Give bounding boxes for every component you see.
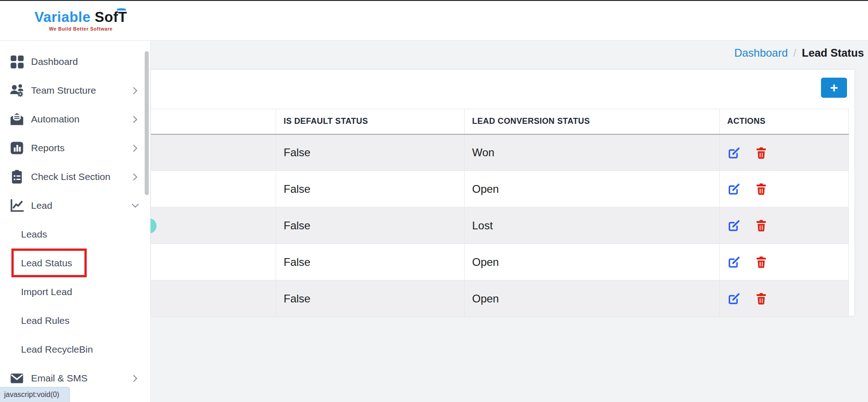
team-gear-icon (9, 83, 25, 98)
dashboard-grid-icon (9, 54, 25, 69)
table-row: False Open (151, 244, 848, 280)
column-status-name (151, 109, 276, 134)
envelope-open-icon (9, 111, 25, 127)
brand-tagline: We Build Better Software (28, 26, 133, 32)
line-chart-icon (9, 198, 25, 213)
delete-button[interactable] (755, 147, 768, 159)
brand-logo[interactable]: Variable SofT We Build Better Software (28, 9, 133, 32)
sidebar-item-lead-status[interactable]: Lead Status (0, 249, 150, 277)
sidebar-item-import-lead[interactable]: Import Lead (0, 277, 150, 306)
chevron-right-icon (129, 171, 141, 183)
lead-status-card: + IS DEFAULT STATUS LEAD CONVERSION STAT… (151, 69, 855, 316)
delete-button[interactable] (755, 183, 768, 196)
delete-button[interactable] (755, 292, 768, 305)
trash-icon (755, 147, 768, 159)
cell-actions (719, 207, 848, 244)
table-row: False Open (151, 171, 848, 207)
status-link-hint: javascript:void(0) (0, 387, 70, 402)
edit-button[interactable] (727, 183, 740, 196)
main-content: Dashboard/Lead Status + IS DEFAULT STATU… (151, 41, 868, 402)
edit-button[interactable] (727, 256, 740, 269)
edit-icon (727, 183, 740, 196)
breadcrumb-current: Lead Status (802, 47, 864, 59)
chevron-down-icon (129, 200, 141, 212)
cell-is-default: False (276, 244, 464, 280)
sidebar-item-leads[interactable]: Leads (0, 220, 150, 249)
sidebar-item-lead[interactable]: Lead (0, 191, 150, 220)
table-row: False Open (151, 280, 848, 317)
edit-button[interactable] (727, 292, 740, 305)
breadcrumb: Dashboard/Lead Status (734, 47, 864, 59)
cell-conversion: Open (464, 280, 719, 317)
sidebar-item-lead-recyclebin[interactable]: Lead RecycleBin (0, 335, 150, 364)
sidebar-item-reports[interactable]: Reports (0, 133, 150, 162)
cell-is-default: False (276, 171, 464, 207)
trash-icon (755, 292, 768, 305)
sidebar-item-dashboard[interactable]: Dashboard (0, 47, 150, 76)
edit-icon (727, 256, 740, 269)
trash-icon (755, 219, 768, 232)
sidebar-item-team-structure[interactable]: Team Structure (0, 76, 150, 105)
cell-actions (719, 171, 848, 207)
edit-button[interactable] (727, 147, 740, 159)
sidebar-menu: Dashboard Team Structure Automation (0, 41, 150, 392)
cell-conversion: Lost (464, 207, 719, 244)
window-top-border (0, 0, 868, 1)
cell-actions (719, 134, 848, 171)
trash-icon (755, 256, 768, 269)
column-is-default-status: IS DEFAULT STATUS (276, 109, 464, 134)
cell-is-default: False (276, 207, 464, 244)
cell-is-default: False (276, 280, 464, 317)
trash-icon (755, 183, 768, 196)
sidebar-scrollbar[interactable] (145, 51, 149, 195)
sidebar-item-check-list-section[interactable]: Check List Section (0, 162, 150, 191)
table-row: False Lost (151, 207, 848, 244)
cell-actions (719, 244, 848, 280)
cell-is-default: False (276, 134, 464, 171)
delete-button[interactable] (755, 256, 768, 269)
breadcrumb-separator: / (793, 47, 796, 59)
cell-conversion: Open (464, 244, 719, 280)
sidebar-item-lead-rules[interactable]: Lead Rules (0, 306, 150, 335)
cell-conversion: Won (464, 134, 719, 171)
column-actions: ACTIONS (719, 109, 848, 134)
brand-name: Variable SofT (28, 9, 133, 26)
delete-button[interactable] (755, 219, 768, 232)
app-header: Variable SofT We Build Better Software 6 (0, 1, 868, 41)
envelope-icon (9, 370, 25, 386)
column-lead-conversion-status: LEAD CONVERSION STATUS (464, 109, 719, 134)
table-row: False Won (151, 134, 848, 171)
edit-icon (727, 219, 740, 232)
sidebar-nav: Dashboard Team Structure Automation (0, 41, 151, 402)
table-header-row: IS DEFAULT STATUS LEAD CONVERSION STATUS… (151, 109, 848, 134)
chevron-right-icon (129, 142, 141, 154)
add-lead-status-button[interactable]: + (821, 78, 847, 98)
clipboard-list-icon (9, 169, 25, 185)
cell-actions (719, 280, 848, 317)
chevron-right-icon (129, 372, 141, 384)
cell-conversion: Open (464, 171, 719, 207)
chevron-right-icon (129, 85, 141, 96)
breadcrumb-dashboard-link[interactable]: Dashboard (734, 47, 788, 59)
lead-status-table: IS DEFAULT STATUS LEAD CONVERSION STATUS… (151, 109, 849, 317)
edit-button[interactable] (727, 219, 740, 232)
chevron-right-icon (129, 113, 141, 125)
edit-icon (727, 292, 740, 305)
edit-icon (727, 147, 740, 159)
bar-chart-icon (9, 140, 25, 156)
sidebar-item-automation[interactable]: Automation (0, 105, 150, 133)
